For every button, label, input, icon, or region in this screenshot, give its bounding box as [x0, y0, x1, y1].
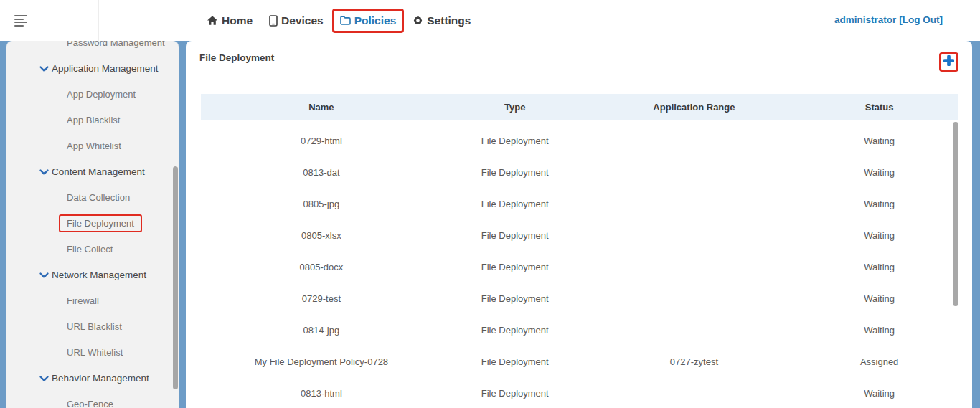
sidebar-item-label: Content Management [52, 166, 145, 177]
cell-type: File Deployment [442, 199, 588, 209]
cell-name: 0729-test [201, 293, 442, 304]
logout-link[interactable]: [Log Out] [899, 14, 943, 25]
sidebar-item-url-blacklist[interactable]: URL Blacklist [6, 313, 179, 339]
cell-type: File Deployment [442, 136, 588, 146]
table-row[interactable]: 0805-xlsx File Deployment Waiting [201, 219, 958, 251]
sidebar-item-url-whitelist[interactable]: URL Whitelist [6, 339, 179, 365]
cell-status: Waiting [800, 388, 958, 399]
devices-icon [269, 15, 278, 27]
cell-status: Waiting [800, 325, 958, 336]
column-header-application-range: Application Range [588, 102, 801, 113]
sidebar-item-application-management[interactable]: Application Management [6, 55, 179, 81]
cell-status: Waiting [800, 293, 958, 304]
sidebar-item-app-blacklist[interactable]: App Blacklist [6, 107, 179, 133]
home-icon [207, 15, 218, 26]
chevron-down-icon [39, 376, 49, 382]
sidebar-item-label: File Deployment [59, 214, 142, 232]
sidebar-item-label: App Deployment [67, 89, 136, 100]
table-body: 0729-html File Deployment Waiting 0813-d… [201, 125, 958, 408]
sidebar-item-data-collection[interactable]: Data Collection [6, 184, 179, 210]
nav-item-label: Devices [281, 14, 324, 27]
column-header-status: Status [800, 102, 958, 113]
cell-status: Waiting [800, 262, 958, 272]
sidebar-item-label: Application Management [52, 63, 159, 74]
sidebar-list: Password Management Application Manageme… [6, 41, 179, 408]
cell-type: File Deployment [442, 325, 588, 336]
cell-name: 0729-html [201, 136, 442, 146]
cell-status: Waiting [800, 199, 958, 209]
table-row[interactable]: My File Deployment Policy-0728 File Depl… [201, 346, 958, 377]
cell-type: File Deployment [442, 356, 588, 367]
sidebar-item-app-whitelist[interactable]: App Whitelist [6, 133, 179, 158]
table-row[interactable]: 0805-docx File Deployment Waiting [201, 251, 958, 283]
sidebar-item-password-management[interactable]: Password Management [6, 41, 179, 55]
sidebar-item-geo-fence[interactable]: Geo-Fence [6, 391, 179, 408]
cell-name: 0805-xlsx [201, 230, 442, 241]
cell-name: My File Deployment Policy-0728 [201, 356, 442, 367]
table-scrollbar[interactable] [953, 122, 958, 306]
user-account: administrator[Log Out] [834, 14, 943, 25]
sidebar-item-label: App Blacklist [67, 115, 120, 125]
sidebar-item-label: Network Management [52, 270, 146, 280]
nav-item-home[interactable]: Home [199, 9, 260, 33]
sidebar-item-content-management[interactable]: Content Management [6, 158, 179, 184]
sidebar-item-firewall[interactable]: Firewall [6, 288, 179, 313]
sidebar-item-label: URL Blacklist [67, 321, 122, 332]
sidebar-item-label: File Collect [67, 244, 113, 255]
cell-name: 0814-jpg [201, 325, 442, 336]
main-nav: Home Devices Policies Settings [199, 0, 479, 41]
sidebar-scrollbar[interactable] [173, 166, 178, 389]
sidebar-item-label: Firewall [67, 295, 99, 306]
cell-type: File Deployment [442, 262, 588, 272]
cell-status: Assigned [800, 356, 958, 367]
sidebar-item-behavior-management[interactable]: Behavior Management [6, 365, 179, 391]
cell-type: File Deployment [442, 167, 588, 178]
page-title: File Deployment [199, 41, 274, 75]
nav-item-policies[interactable]: Policies [332, 9, 405, 33]
column-header-name: Name [201, 102, 442, 113]
cell-name: 0813-dat [201, 167, 442, 178]
sidebar-item-label: App Whitelist [67, 141, 121, 151]
chevron-down-icon [39, 66, 49, 72]
sidebar-item-label: Data Collection [67, 192, 130, 203]
sidebar-item-file-deployment[interactable]: File Deployment [6, 210, 179, 236]
plus-icon [943, 55, 954, 69]
cell-name: 0805-jpg [201, 199, 442, 209]
nav-item-devices[interactable]: Devices [261, 9, 331, 33]
add-policy-button[interactable] [939, 52, 958, 72]
sidebar-item-label: URL Whitelist [67, 347, 123, 358]
table-row[interactable]: 0729-test File Deployment Waiting [201, 283, 958, 314]
username-label: administrator [834, 14, 896, 25]
sidebar-item-network-management[interactable]: Network Management [6, 262, 179, 288]
nav-item-label: Settings [427, 14, 471, 27]
nav-item-settings[interactable]: Settings [405, 9, 479, 33]
policy-table: NameTypeApplication RangeStatus 0729-htm… [201, 94, 958, 408]
sidebar: Password Management Application Manageme… [6, 41, 179, 408]
topbar-divider [98, 0, 99, 41]
table-row[interactable]: 0729-html File Deployment Waiting [201, 125, 958, 156]
cell-type: File Deployment [442, 293, 588, 304]
table-row[interactable]: 0814-jpg File Deployment Waiting [201, 314, 958, 346]
hamburger-menu-icon[interactable] [14, 15, 29, 27]
cell-status: Waiting [800, 136, 958, 146]
folder-icon [340, 16, 351, 25]
table-row[interactable]: 0805-jpg File Deployment Waiting [201, 188, 958, 219]
cell-name: 0813-html [201, 388, 442, 399]
sidebar-item-label: Behavior Management [52, 373, 149, 384]
sidebar-item-app-deployment[interactable]: App Deployment [6, 81, 179, 107]
chevron-down-icon [39, 169, 49, 176]
sidebar-item-file-collect[interactable]: File Collect [6, 236, 179, 262]
topbar: Home Devices Policies Settings administr… [0, 0, 980, 41]
cell-type: File Deployment [442, 230, 588, 241]
chevron-down-icon [39, 272, 49, 279]
column-header-type: Type [442, 102, 588, 113]
table-row[interactable]: 0813-html File Deployment Waiting [201, 377, 958, 408]
main-panel: File Deployment NameTypeApplication Rang… [186, 41, 972, 408]
cell-application-range: 0727-zytest [588, 356, 801, 367]
cell-status: Waiting [800, 167, 958, 178]
cell-name: 0805-docx [201, 262, 442, 272]
panel-header: File Deployment [186, 41, 972, 75]
table-row[interactable]: 0813-dat File Deployment Waiting [201, 156, 958, 188]
sidebar-item-label: Geo-Fence [67, 399, 113, 408]
cell-status: Waiting [800, 230, 958, 241]
